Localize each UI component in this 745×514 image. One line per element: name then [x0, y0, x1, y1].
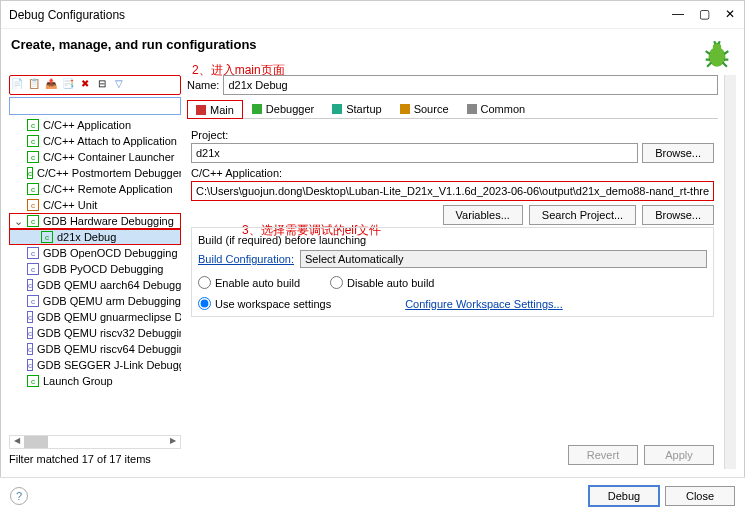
c-icon: c	[27, 295, 39, 307]
h-scrollbar[interactable]: ◀▶	[9, 435, 181, 449]
variables-button[interactable]: Variables...	[443, 205, 523, 225]
c-icon: c	[27, 327, 33, 339]
tab-icon	[332, 104, 342, 114]
tree-item[interactable]: cC/C++ Unit	[9, 197, 181, 213]
c-icon: c	[27, 359, 33, 371]
sidebar-toolbar: 📄 📋 📤 📑 ✖ ⊟ ▽	[9, 75, 181, 95]
radio-enable-auto[interactable]: Enable auto build	[198, 276, 300, 289]
export-icon[interactable]: 📤	[44, 78, 58, 92]
c-icon: c	[27, 311, 33, 323]
c-icon: c	[27, 199, 39, 211]
search-project-button[interactable]: Search Project...	[529, 205, 636, 225]
tab-icon	[400, 104, 410, 114]
tab-main[interactable]: Main	[187, 100, 243, 119]
c-icon: c	[27, 183, 39, 195]
tab-startup[interactable]: Startup	[323, 99, 390, 118]
name-label: Name:	[187, 79, 219, 91]
debug-button[interactable]: Debug	[589, 486, 659, 506]
app-browse-button[interactable]: Browse...	[642, 205, 714, 225]
tree-item[interactable]: cGDB QEMU aarch64 Debugging	[9, 277, 181, 293]
filter-icon[interactable]: ▽	[112, 78, 126, 92]
minimize-button[interactable]: —	[672, 8, 684, 22]
new-proto-icon[interactable]: 📋	[27, 78, 41, 92]
tab-debugger[interactable]: Debugger	[243, 99, 323, 118]
tab-source[interactable]: Source	[391, 99, 458, 118]
apply-button[interactable]: Apply	[644, 445, 714, 465]
tree-item[interactable]: cGDB QEMU arm Debugging	[9, 293, 181, 309]
project-label: Project:	[191, 129, 714, 141]
help-icon[interactable]: ?	[10, 487, 28, 505]
close-button[interactable]: ✕	[724, 8, 736, 22]
name-input[interactable]	[223, 75, 718, 95]
c-icon: c	[27, 151, 39, 163]
tree-item[interactable]: cC/C++ Remote Application	[9, 181, 181, 197]
c-icon: c	[27, 167, 33, 179]
tab-bar: MainDebuggerStartupSourceCommon	[187, 99, 718, 119]
tab-icon	[252, 104, 262, 114]
tree-item[interactable]: cC/C++ Attach to Application	[9, 133, 181, 149]
project-input[interactable]	[191, 143, 638, 163]
radio-workspace[interactable]: Use workspace settings	[198, 297, 331, 310]
tree-item[interactable]: cLaunch Group	[9, 373, 181, 389]
bug-icon	[700, 37, 734, 71]
build-group-title: Build (if required) before launching	[198, 234, 707, 246]
c-icon: c	[27, 247, 39, 259]
tree-item[interactable]: cGDB SEGGER J-Link Debugging	[9, 357, 181, 373]
window-title: Debug Configurations	[9, 8, 672, 22]
tree-item[interactable]: cC/C++ Postmortem Debugger	[9, 165, 181, 181]
tab-icon	[196, 105, 206, 115]
revert-button[interactable]: Revert	[568, 445, 638, 465]
v-scrollbar[interactable]	[724, 75, 736, 469]
tab-icon	[467, 104, 477, 114]
radio-disable-auto[interactable]: Disable auto build	[330, 276, 434, 289]
duplicate-icon[interactable]: 📑	[61, 78, 75, 92]
tree-item[interactable]: cGDB QEMU riscv32 Debugging	[9, 325, 181, 341]
c-icon: c	[27, 263, 39, 275]
build-config-select[interactable]: Select Automatically	[300, 250, 707, 268]
delete-icon[interactable]: ✖	[78, 78, 92, 92]
tree-item[interactable]: cC/C++ Container Launcher	[9, 149, 181, 165]
c-icon: c	[27, 279, 33, 291]
project-browse-button[interactable]: Browse...	[642, 143, 714, 163]
tree-item-child[interactable]: cd21x Debug	[9, 229, 181, 245]
c-icon: c	[27, 375, 39, 387]
tab-common[interactable]: Common	[458, 99, 535, 118]
page-title: Create, manage, and run configurations	[11, 37, 700, 71]
filter-input[interactable]	[9, 97, 181, 115]
tree-item[interactable]: cGDB PyOCD Debugging	[9, 261, 181, 277]
tree-item[interactable]: ⌄cGDB Hardware Debugging	[9, 213, 181, 229]
configure-workspace-link[interactable]: Configure Workspace Settings...	[405, 298, 563, 310]
build-config-label[interactable]: Build Configuration:	[198, 253, 294, 265]
tree-item[interactable]: cGDB QEMU gnuarmeclipse Debugging	[9, 309, 181, 325]
svg-point-1	[713, 43, 722, 52]
app-input[interactable]	[191, 181, 714, 201]
tree-item[interactable]: cGDB QEMU riscv64 Debugging	[9, 341, 181, 357]
config-tree: cC/C++ ApplicationcC/C++ Attach to Appli…	[9, 117, 181, 433]
tree-item[interactable]: cC/C++ Application	[9, 117, 181, 133]
c-icon: c	[27, 135, 39, 147]
c-icon: c	[27, 119, 39, 131]
c-icon: c	[27, 343, 33, 355]
c-icon: c	[41, 231, 53, 243]
maximize-button[interactable]: ▢	[698, 8, 710, 22]
collapse-icon[interactable]: ⊟	[95, 78, 109, 92]
filter-count: Filter matched 17 of 17 items	[9, 449, 181, 469]
new-config-icon[interactable]: 📄	[10, 78, 24, 92]
close-dialog-button[interactable]: Close	[665, 486, 735, 506]
tree-item[interactable]: cGDB OpenOCD Debugging	[9, 245, 181, 261]
c-icon: c	[27, 215, 39, 227]
app-label: C/C++ Application:	[191, 167, 714, 179]
